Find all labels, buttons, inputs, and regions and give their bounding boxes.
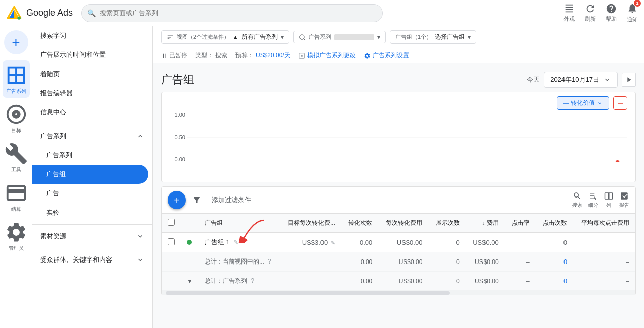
table-area: + 添加过滤条件 搜索 细分	[161, 186, 636, 295]
sidebar-item-adgroups[interactable]: 广告组	[32, 165, 148, 184]
sidebar-item-campaigns[interactable]: 广告系列	[32, 146, 148, 165]
goals-label: 目标	[11, 127, 21, 134]
chart-svg	[187, 112, 627, 162]
ad-group-name-link[interactable]: 广告组 1	[205, 238, 230, 246]
view-filter-label: 视图（2个过滤条件）	[177, 33, 229, 41]
status-bar: 已暂停 类型： 搜索 预算： US$20.00/天 模拟广告系列更改 广告系列设…	[153, 48, 644, 63]
columns-button[interactable]: 列	[604, 191, 613, 209]
select-all-header[interactable]	[162, 214, 181, 233]
row-target-cpa-cell: US$3.00 ✎	[280, 233, 341, 252]
cost-per-conv-header[interactable]: 每次转化费用	[378, 214, 428, 233]
help-button[interactable]: 帮助	[606, 3, 617, 23]
add-button[interactable]: +	[168, 191, 186, 209]
sidebar-item-ads[interactable]: 广告	[32, 184, 148, 203]
campaigns-nav-button[interactable]: 广告系列	[3, 60, 30, 98]
sidebar-item-experiments[interactable]: 实验	[32, 203, 148, 222]
total-camp-conversions: 0.00	[341, 272, 378, 291]
sidebar-item-report-editor[interactable]: 报告编辑器	[32, 84, 148, 103]
impressions-header[interactable]: 展示次数	[428, 214, 465, 233]
assets-section-chevron-icon	[136, 232, 144, 240]
goals-nav-button[interactable]: 目标	[3, 100, 30, 137]
search-table-button[interactable]: 搜索	[572, 191, 582, 209]
total-current-view-row: 总计：当前视图中的... ? 0.00 US$0.00 0	[162, 252, 635, 272]
campaigns-help-icon[interactable]: ?	[251, 277, 254, 284]
secondary-metric-button[interactable]: —	[613, 96, 627, 110]
budget-link[interactable]: US$20.00/天	[256, 51, 290, 60]
report-icon	[620, 191, 629, 201]
total-camp-cost-per-conv: US$0.00	[378, 272, 428, 291]
expand-right-button[interactable]	[622, 73, 636, 87]
sidebar-item-keywords[interactable]: 搜索字词	[32, 26, 148, 45]
total-view-impressions: 0	[428, 252, 465, 272]
billing-nav-button[interactable]: 结算	[3, 178, 30, 216]
expand-campaigns-icon[interactable]: ▼	[187, 278, 193, 285]
total-camp-avg-cpc: –	[573, 272, 635, 291]
total-view-avg-cpc: –	[573, 252, 635, 272]
edit-icon[interactable]: ✎	[233, 239, 238, 246]
ctr-header[interactable]: 点击率	[505, 214, 536, 233]
campaign-filter-pill[interactable]: 广告系列 ▾	[293, 31, 386, 43]
row-cost-per-conv-cell: US$0.00	[378, 233, 428, 252]
add-filter-button[interactable]: 添加过滤条件	[208, 193, 255, 207]
sidebar-item-dashboard[interactable]: 信息中心	[32, 103, 148, 122]
conversion-value-button[interactable]: — 转化价值	[557, 96, 609, 110]
campaign-filter-value	[334, 34, 374, 40]
svg-rect-5	[566, 5, 573, 6]
adgroup-filter-pill[interactable]: 广告组（1个） 选择广告组 ▾	[390, 30, 476, 44]
view-filter-pill[interactable]: 视图（2个过滤条件） ▲ 所有广告系列 ▾	[161, 30, 289, 44]
target-cpa-header[interactable]: 目标每次转化费...	[280, 214, 341, 233]
create-button[interactable]: +	[4, 30, 28, 54]
row-name-cell: 广告组 1 ✎	[199, 233, 280, 252]
report-button[interactable]: 报告	[619, 191, 629, 209]
cost-header[interactable]: ↓ 费用	[466, 214, 505, 233]
search-table-icon	[573, 191, 582, 201]
row-checkbox-cell[interactable]	[162, 233, 181, 252]
main-layout: + 广告系列 目标 工具 结算 管理员 搜索字词 广告展示的时间和位置	[0, 26, 644, 328]
status-budget: 预算： US$20.00/天	[235, 51, 290, 60]
row-checkbox[interactable]	[168, 238, 175, 245]
date-selector[interactable]: 2024年10月17日	[544, 72, 618, 88]
notification-button[interactable]: 1 通知	[627, 3, 638, 23]
campaigns-label: 广告系列	[6, 88, 26, 95]
refresh-icon	[585, 3, 596, 14]
campaign-filter-chevron-icon: ▾	[377, 34, 380, 41]
filter-icon-button[interactable]	[190, 193, 204, 207]
page-title: 广告组	[161, 72, 194, 87]
tools-icon	[5, 142, 28, 165]
sidebar-section-campaigns[interactable]: 广告系列	[32, 126, 152, 146]
billing-label: 结算	[11, 206, 21, 213]
select-all-checkbox[interactable]	[168, 219, 175, 226]
settings-link[interactable]: 广告系列设置	[373, 51, 409, 60]
avg-cpc-header[interactable]: 平均每次点击费用	[573, 214, 635, 233]
date-chevron-icon	[603, 76, 611, 84]
sidebar-item-landing-pages[interactable]: 着陆页	[32, 64, 148, 84]
view-label: 外观	[564, 15, 575, 23]
admin-nav-button[interactable]: 管理员	[3, 218, 30, 255]
target-cpa-edit-icon[interactable]: ✎	[331, 240, 335, 246]
row-clicks-cell: 0	[536, 233, 573, 252]
billing-icon	[5, 181, 28, 205]
current-view-help-icon[interactable]: ?	[268, 258, 271, 265]
sidebar-section-audiences[interactable]: 受众群体、关键字和内容	[32, 250, 152, 270]
date-prefix: 今天	[527, 75, 540, 84]
campaigns-section-chevron-icon	[136, 132, 144, 140]
refresh-button[interactable]: 刷新	[585, 3, 596, 23]
conversions-header[interactable]: 转化次数	[341, 214, 378, 233]
tools-nav-button[interactable]: 工具	[3, 139, 30, 176]
simulate-link[interactable]: 模拟广告系列更改	[307, 51, 356, 60]
filter-bar: 视图（2个过滤条件） ▲ 所有广告系列 ▾ 广告系列 ▾ 广告组（1个） 选择广…	[153, 26, 644, 48]
search-bar[interactable]: 🔍	[81, 4, 383, 22]
scrollbar-thumb[interactable]	[166, 291, 450, 295]
simulate-icon	[298, 52, 305, 59]
clicks-header[interactable]: 点击次数	[536, 214, 573, 233]
search-input[interactable]	[81, 4, 383, 22]
row-avg-cpc-cell: –	[573, 233, 635, 252]
segment-icon	[589, 191, 598, 201]
name-header[interactable]: 广告组	[199, 214, 280, 233]
segment-button[interactable]: 细分	[588, 191, 598, 209]
status-settings[interactable]: 广告系列设置	[364, 51, 409, 60]
view-button[interactable]: 外观	[564, 3, 575, 23]
sidebar-item-ad-schedule[interactable]: 广告展示的时间和位置	[32, 45, 148, 64]
sidebar-section-assets[interactable]: 素材资源	[32, 227, 152, 246]
goals-icon	[5, 103, 28, 126]
